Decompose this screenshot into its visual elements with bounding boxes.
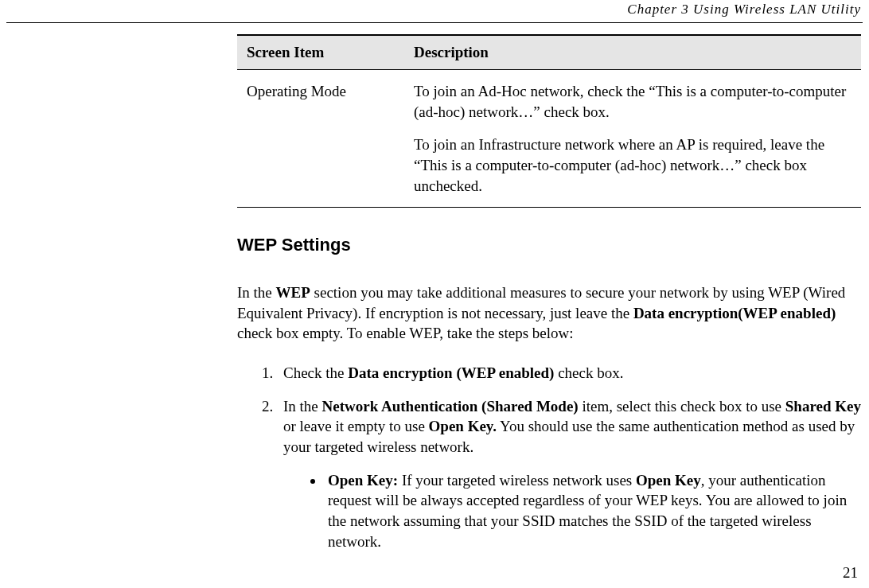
table-header-description: Description — [404, 35, 861, 70]
table-cell-item: Operating Mode — [237, 70, 404, 208]
text: If your targeted wireless network uses — [398, 472, 636, 489]
sub-bullet-list: Open Key: If your targeted wireless netw… — [283, 470, 861, 552]
bold-text: Shared Key — [785, 398, 861, 415]
bold-text: Open Key — [636, 472, 701, 489]
intro-paragraph: In the WEP section you may take addition… — [237, 282, 861, 344]
page-number: 21 — [843, 564, 858, 582]
section-heading-wep: WEP Settings — [237, 235, 861, 255]
text: In the — [237, 284, 276, 301]
bold-text: Data encryption(WEP enabled) — [633, 305, 836, 321]
bold-text: Network Authentication (Shared Mode) — [322, 398, 579, 415]
page-header: Chapter 3 Using Wireless LAN Utility — [627, 2, 861, 18]
table-desc-para: To join an Infrastructure network where … — [414, 134, 855, 196]
text: Check the — [283, 364, 348, 381]
bold-text: WEP — [276, 284, 310, 301]
screen-item-table: Screen Item Description Operating Mode T… — [237, 34, 861, 208]
table-header-row: Screen Item Description — [237, 35, 861, 70]
bold-text: Data encryption (WEP enabled) — [348, 364, 554, 381]
text: check box. — [554, 364, 623, 381]
content-area: Screen Item Description Operating Mode T… — [237, 34, 861, 564]
table-cell-description: To join an Ad-Hoc network, check the “Th… — [404, 70, 861, 208]
table-row: Operating Mode To join an Ad-Hoc network… — [237, 70, 861, 208]
header-rule — [6, 22, 863, 23]
text: item, select this check box to use — [579, 398, 785, 415]
table-header-item: Screen Item — [237, 35, 404, 70]
step-item: In the Network Authentication (Shared Mo… — [277, 396, 861, 551]
text: or leave it empty to use — [283, 418, 429, 434]
text: In the — [283, 398, 322, 415]
bullet-item: Open Key: If your targeted wireless netw… — [325, 470, 861, 552]
steps-list: Check the Data encryption (WEP enabled) … — [237, 363, 861, 551]
text: check box empty. To enable WEP, take the… — [237, 325, 574, 341]
step-item: Check the Data encryption (WEP enabled) … — [277, 363, 861, 384]
table-desc-para: To join an Ad-Hoc network, check the “Th… — [414, 81, 855, 122]
bold-text: Open Key. — [429, 418, 497, 434]
bold-text: Open Key: — [328, 472, 398, 489]
